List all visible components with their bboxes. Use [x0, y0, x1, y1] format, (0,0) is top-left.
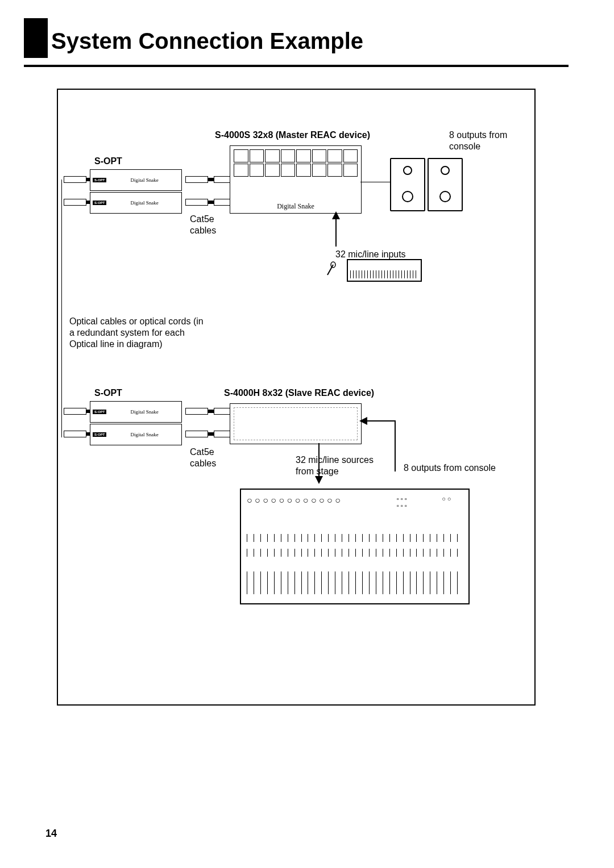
plug-icon	[185, 431, 208, 437]
sopt-unit-bottom-1: S-OPT Digital Snake	[90, 401, 182, 423]
sopt-panel: S-OPT Digital Snake	[93, 195, 179, 211]
arrow-line	[395, 420, 396, 471]
sopt-unit-top-2: S-OPT Digital Snake	[90, 192, 182, 214]
label-optical-note: Optical cables or optical cords (in a re…	[69, 316, 206, 350]
keyboard-instrument-icon	[347, 259, 422, 282]
label-sopt-top: S-OPT	[94, 156, 122, 167]
speaker-right-icon	[428, 158, 463, 211]
mixer-fader-row	[247, 571, 463, 594]
mixer-knob-row: ○ ○ ○ ○ ○ ○ ○ ○ ○ ○ ○ ○ ▫ ▫ ▫▫ ▫ ▫ ○ ○	[247, 495, 463, 518]
io-grid	[234, 149, 358, 177]
sopt-panel: S-OPT Digital Snake	[93, 404, 179, 420]
label-slave-device: S-4000H 8x32 (Slave REAC device)	[224, 387, 374, 399]
sopt-badge: S-OPT	[93, 178, 106, 182]
label-cat5e-bottom: Cat5e cables	[190, 446, 230, 469]
sopt-logo: Digital Snake	[110, 200, 179, 206]
sopt-panel: S-OPT Digital Snake	[93, 427, 179, 443]
title-rule	[24, 65, 569, 67]
label-sopt-bottom: S-OPT	[94, 387, 122, 399]
plug-icon	[64, 176, 86, 183]
label-32-sources: 32 mic/line sources from stage	[296, 454, 375, 477]
plug-icon	[185, 176, 208, 183]
digital-snake-logo: Digital Snake	[277, 202, 314, 211]
label-master-device: S-4000S 32x8 (Master REAC device)	[215, 130, 370, 141]
sopt-logo: Digital Snake	[110, 409, 179, 415]
line	[360, 182, 390, 182]
page-number: 14	[45, 828, 57, 840]
page-title: System Connection Example	[51, 28, 363, 54]
label-cat5e-top: Cat5e cables	[190, 214, 230, 236]
sopt-logo: Digital Snake	[110, 177, 179, 183]
label-8-outputs-bottom: 8 outputs from console	[404, 462, 496, 474]
label-32-inputs: 32 mic/line inputs	[335, 249, 406, 260]
sopt-badge: S-OPT	[93, 410, 106, 414]
arrowhead-down-icon	[315, 476, 323, 484]
plug-icon	[64, 199, 86, 206]
sopt-unit-bottom-2: S-OPT Digital Snake	[90, 424, 182, 445]
microphone-icon	[325, 261, 337, 277]
s4000h-slave-device	[230, 403, 362, 444]
chapter-tab	[24, 18, 48, 58]
mixer-channel-row	[247, 549, 463, 557]
sopt-badge: S-OPT	[93, 432, 106, 437]
label-8-outputs-top: 8 outputs from console	[449, 130, 529, 152]
sopt-logo: Digital Snake	[110, 432, 179, 437]
plug-icon	[185, 199, 208, 206]
arrowhead-left-icon	[359, 417, 367, 425]
plug-icon	[64, 431, 86, 437]
sopt-unit-top-1: S-OPT Digital Snake	[90, 169, 182, 191]
slave-panel	[234, 407, 358, 440]
sopt-badge: S-OPT	[93, 201, 106, 205]
mixing-console-icon: ○ ○ ○ ○ ○ ○ ○ ○ ○ ○ ○ ○ ▫ ▫ ▫▫ ▫ ▫ ○ ○	[240, 489, 470, 604]
s4000s-master-device: Digital Snake	[230, 145, 362, 214]
plug-icon	[185, 408, 208, 415]
arrowhead-up-icon	[332, 211, 340, 219]
speaker-left-icon	[390, 158, 425, 211]
manual-page: System Connection Example S-4000S 32x8 (…	[0, 0, 614, 868]
mixer-channel-row	[247, 534, 463, 542]
optical-line	[61, 180, 62, 437]
sopt-panel: S-OPT Digital Snake	[93, 172, 179, 188]
plug-icon	[64, 408, 86, 415]
